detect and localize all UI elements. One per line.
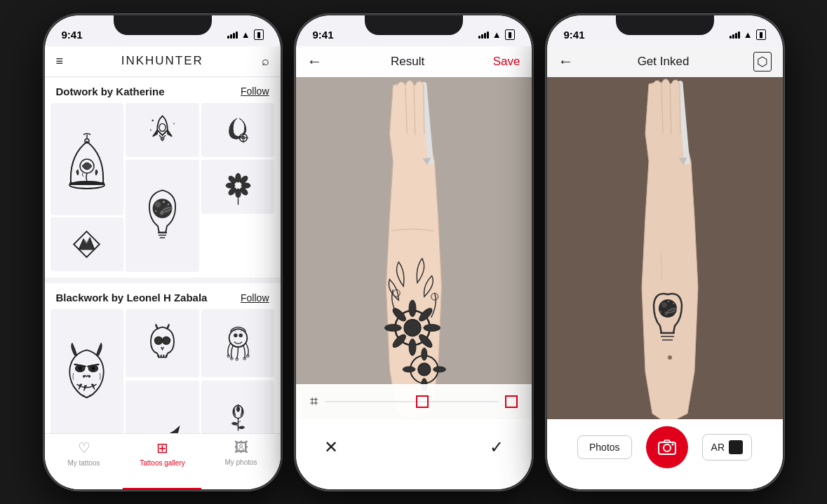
svg-point-71 <box>421 348 426 360</box>
signal-bar-2 <box>230 34 232 39</box>
status-icons-2: ▲ ▮ <box>478 29 515 40</box>
resize-handle[interactable] <box>505 395 518 408</box>
battery-icon-1: ▮ <box>254 29 264 40</box>
confirm-button[interactable]: ✓ <box>490 437 504 457</box>
signal-bar-3 <box>233 33 235 39</box>
wifi-icon-3: ▲ <box>744 29 753 40</box>
space-bulb-svg <box>140 183 185 250</box>
svg-point-73 <box>403 366 415 372</box>
menu-icon[interactable]: ≡ <box>56 54 64 69</box>
svg-point-8 <box>150 129 152 130</box>
tab-my-tattoos[interactable]: ♡ My tattoos <box>45 440 123 467</box>
tattoo-item-rocket[interactable] <box>126 103 199 157</box>
tattoo-item-rose-dome[interactable] <box>51 103 124 215</box>
back-button-result[interactable]: ← <box>307 53 323 71</box>
follow-button-1[interactable]: Follow <box>241 86 269 97</box>
signal-bar-9 <box>729 36 732 39</box>
tattoo-item-demon[interactable] <box>51 309 124 449</box>
tab-my-tattoos-label: My tattoos <box>67 459 100 467</box>
crop-toolbar: ⌗ <box>296 384 532 419</box>
wifi-icon-1: ▲ <box>241 29 250 40</box>
tattoo-grid-1 <box>45 103 281 278</box>
rocket-svg <box>143 111 182 149</box>
signal-bar-12 <box>738 32 740 39</box>
signal-bar-6 <box>481 34 483 39</box>
svg-point-37 <box>88 374 91 377</box>
tab-bar: ♡ My tattoos ⊞ Tattoos gallery 🖼 My phot… <box>45 433 281 489</box>
artist-header-2: Blackwork by Leonel H Zabala Follow <box>45 283 281 309</box>
artist-name-1: Dotwork by Katherine <box>56 86 165 97</box>
follow-button-2[interactable]: Follow <box>241 292 269 304</box>
signal-bars-2 <box>478 32 489 39</box>
svg-point-18 <box>155 210 156 212</box>
ar-label: AR <box>711 442 725 453</box>
signal-bar-4 <box>236 32 238 39</box>
status-icons-3: ▲ ▮ <box>729 29 766 40</box>
status-time-3: 9:41 <box>564 29 585 41</box>
svg-point-6 <box>152 119 154 121</box>
save-button[interactable]: Save <box>493 55 520 69</box>
svg-point-25 <box>226 183 235 188</box>
photos-icon: 🖼 <box>234 440 248 456</box>
svg-point-93 <box>671 443 673 445</box>
mountain-svg <box>67 225 106 264</box>
phone-result: 9:41 ▲ ▮ ← Result Save <box>295 14 533 491</box>
get-inked-nav: ← Get Inked ⬡ <box>547 46 783 77</box>
moon-flower-svg <box>219 111 257 149</box>
svg-point-92 <box>664 444 671 451</box>
signal-bar-8 <box>487 32 489 39</box>
svg-point-62 <box>409 339 416 355</box>
notch <box>114 15 212 35</box>
screen-get-inked: 9:41 ▲ ▮ ← Get Inked ⬡ <box>547 15 783 489</box>
tattoo-item-moon-flower[interactable] <box>201 103 275 157</box>
tattoo-item-creature[interactable] <box>201 309 275 377</box>
svg-point-24 <box>235 189 240 198</box>
svg-point-44 <box>229 329 247 347</box>
cancel-button[interactable]: ✕ <box>324 437 338 457</box>
svg-point-36 <box>83 374 86 377</box>
tattoo-item-mountain[interactable] <box>51 217 124 271</box>
result-image-svg <box>296 77 532 419</box>
battery-icon-3: ▮ <box>756 29 766 40</box>
svg-point-88 <box>668 301 669 302</box>
app-title: INKHUNTER <box>121 54 203 68</box>
ar-button[interactable]: AR <box>702 434 752 461</box>
signal-bar-1 <box>227 36 229 39</box>
status-time-1: 9:41 <box>62 29 83 41</box>
svg-point-64 <box>423 324 440 331</box>
tattoo-item-skull[interactable] <box>126 309 199 377</box>
svg-point-15 <box>155 202 160 207</box>
svg-point-63 <box>384 324 401 331</box>
rose-dome-svg <box>62 128 112 191</box>
share-icon[interactable]: ⬡ <box>753 52 772 71</box>
artist-name-2: Blackwork by Leonel H Zabala <box>56 292 208 304</box>
phones-container: 9:41 ▲ ▮ ≡ INKHUNTER ⌕ <box>29 0 798 504</box>
tab-gallery[interactable]: ⊞ Tattoos gallery <box>123 440 202 467</box>
phone-get-inked: 9:41 ▲ ▮ ← Get Inked ⬡ <box>546 14 784 491</box>
skull-svg <box>143 324 182 362</box>
svg-point-70 <box>417 363 430 376</box>
svg-point-26 <box>241 183 250 188</box>
demon-svg <box>60 343 113 416</box>
screen-gallery: 9:41 ▲ ▮ ≡ INKHUNTER ⌕ <box>45 15 281 489</box>
signal-bar-10 <box>732 34 734 39</box>
result-toolbar: ✕ ✓ <box>296 419 532 489</box>
photos-button[interactable]: Photos <box>577 435 632 459</box>
crop-slider-track <box>325 401 498 402</box>
signal-bar-7 <box>484 33 486 39</box>
search-icon[interactable]: ⌕ <box>262 54 269 69</box>
notch-3 <box>616 15 714 35</box>
tattoo-item-flower[interactable] <box>201 160 275 214</box>
wifi-icon-2: ▲ <box>492 29 502 40</box>
flower-svg <box>219 168 257 206</box>
crop-icon[interactable]: ⌗ <box>310 393 318 409</box>
tattoo-item-space-bulb[interactable] <box>126 160 199 272</box>
camera-button[interactable] <box>646 426 688 468</box>
back-button-inked[interactable]: ← <box>558 53 574 71</box>
tab-my-photos[interactable]: 🖼 My photos <box>202 440 281 466</box>
crop-slider-thumb[interactable] <box>416 395 429 408</box>
signal-bars-3 <box>729 32 740 39</box>
tab-my-photos-label: My photos <box>224 458 257 466</box>
tab-active-indicator <box>123 488 201 489</box>
svg-point-83 <box>661 302 666 307</box>
